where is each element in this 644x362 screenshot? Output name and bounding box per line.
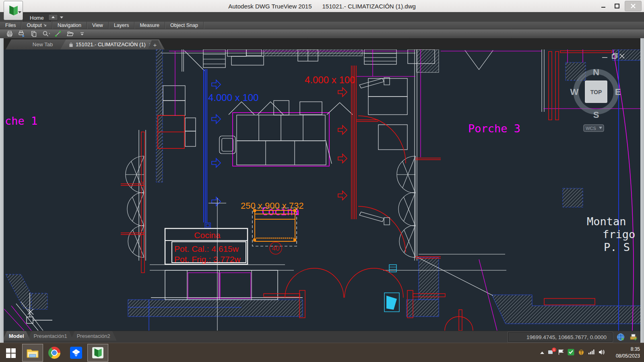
taskbar-dropbox[interactable] <box>66 344 87 362</box>
ribbon-minimize-caret-icon <box>60 16 63 19</box>
app-menu-caret-icon <box>18 11 21 13</box>
cyan-elements <box>384 265 399 312</box>
flyout-arrow-icon <box>43 24 47 27</box>
print-icon[interactable] <box>6 30 14 37</box>
window-title: Autodesk DWG TrueView 2015 151021.- CLIM… <box>0 0 644 12</box>
menu-output-label: Output <box>27 23 42 28</box>
dwg-trueview-taskbar-icon <box>92 347 104 359</box>
plot-details-button[interactable] <box>629 333 638 341</box>
app-title: Autodesk DWG TrueView 2015 <box>228 3 312 10</box>
windows-taskbar: 1 <box>0 343 644 362</box>
plot-preview-icon[interactable] <box>18 30 26 37</box>
plotter-icon <box>629 333 638 341</box>
new-tab-label: New Tab <box>33 41 53 47</box>
file-explorer-icon <box>26 347 39 359</box>
menu-object-snap[interactable]: Object Snap <box>165 22 204 29</box>
publish-icon[interactable] <box>30 30 38 37</box>
zoom-tool-icon[interactable] <box>42 30 50 37</box>
dropbox-badge: 1 <box>552 348 556 352</box>
svg-text:P. S: P. S <box>604 241 630 253</box>
tray-volume-icon[interactable] <box>599 349 605 357</box>
globe-icon <box>617 333 625 341</box>
white-walls-and-equipment <box>16 49 544 331</box>
viewcube-top-face[interactable]: TOP <box>590 89 602 95</box>
toolbar-overflow-icon[interactable] <box>78 30 86 37</box>
unit-tag-label: 40 <box>272 245 280 252</box>
blue-duct-label: 4.000 x 100 <box>208 92 258 103</box>
taskbar-clock[interactable]: 8:35 08/05/2023 <box>616 343 640 362</box>
menu-view[interactable]: View <box>87 22 109 29</box>
magenta-lines <box>4 49 644 331</box>
menu-output[interactable]: Output <box>21 22 52 29</box>
blue-wall-edges <box>128 49 619 331</box>
ribbon-minimize-control[interactable] <box>48 14 63 21</box>
svg-text:frigo: frigo <box>603 228 635 241</box>
viewcube-north[interactable]: N <box>593 67 599 77</box>
doc-tab-label: 151021.- CLIMATIZACIÓN (1) <box>76 41 146 47</box>
application-menu-button[interactable] <box>4 1 23 20</box>
system-tray: 1 <box>540 343 605 362</box>
viewcube-south[interactable]: S <box>593 110 599 120</box>
red-duct-arrows <box>338 88 347 200</box>
windows-logo-icon <box>5 347 17 358</box>
ribbon-menubar: Files Output Navigation View Layers Meas… <box>0 22 644 29</box>
open-door-leaves <box>359 78 390 225</box>
tray-action-center-icon[interactable] <box>558 349 564 357</box>
viewcube-east[interactable]: E <box>615 87 621 97</box>
document-title: 151021.- CLIMATIZACIÓN (1).dwg <box>322 3 416 10</box>
chrome-icon <box>48 347 60 359</box>
hatched-walls <box>6 49 644 324</box>
door-frames-right <box>415 158 441 258</box>
window-scrollbar-right[interactable] <box>640 38 644 343</box>
room-title-label: Cocina <box>194 230 221 240</box>
status-bar: Model Presentación1 Presentación2 19699.… <box>0 331 644 343</box>
taskbar-dwg-trueview[interactable] <box>87 344 108 362</box>
menu-measure[interactable]: Measure <box>134 22 165 29</box>
layout-tab-presentacion2[interactable]: Presentación2 <box>70 331 117 341</box>
tray-network-icon[interactable] <box>588 349 595 356</box>
menu-layers[interactable]: Layers <box>109 22 135 29</box>
ribbon-tab-row: Home <box>0 12 644 22</box>
room-info-box: Cocina Pot. Cal.: 4.615w Pot. Frig.: 3.7… <box>165 228 248 264</box>
open-folder-icon[interactable] <box>66 30 74 37</box>
dwg-trueview-logo-icon <box>6 4 20 17</box>
ribbon-panel-icon <box>48 14 58 21</box>
coordinates-readout: 19699.4745, 10665.7677, 0.0000 <box>508 332 613 342</box>
measure-icon[interactable] <box>54 30 62 37</box>
document-tab-bar: New Tab 151021.- CLIMATIZACIÓN (1) ✕ + <box>0 38 644 49</box>
taskbar-file-explorer[interactable] <box>22 344 43 362</box>
room-cool-label: Pot. Frig.: 3.772w <box>174 255 241 264</box>
tray-show-hidden-icon[interactable] <box>540 352 544 354</box>
kitchen-island <box>219 101 353 166</box>
taskbar-chrome[interactable] <box>44 344 65 362</box>
clock-date: 08/05/2023 <box>616 353 640 360</box>
menu-files[interactable]: Files <box>0 22 21 29</box>
dropbox-icon <box>70 347 82 359</box>
wcs-dropdown[interactable]: WCS <box>584 125 604 132</box>
room-heat-label: Pot. Cal.: 4.615w <box>174 244 239 253</box>
drawing-canvas[interactable]: Cocina 250 x 900 x 732 40 4.000 x 100 4.… <box>0 49 644 331</box>
tray-dropbox-icon[interactable]: 1 <box>548 349 554 356</box>
menu-navigation[interactable]: Navigation <box>52 22 87 29</box>
door-frames-left <box>121 132 145 273</box>
geographic-location-button[interactable] <box>616 333 625 341</box>
tab-home[interactable]: Home <box>23 13 51 22</box>
start-button[interactable] <box>0 344 21 362</box>
clock-time: 8:35 <box>631 346 640 353</box>
unit-dimensions-label: 250 x 900 x 732 <box>241 201 304 211</box>
dwg-trueview-window: Autodesk DWG TrueView 2015 151021.- CLIM… <box>0 0 644 362</box>
tray-antivirus-icon[interactable] <box>568 349 574 357</box>
lock-icon <box>69 42 73 47</box>
minimize-icon <box>601 4 606 8</box>
porche1-label: che 1 <box>5 115 37 127</box>
close-button[interactable] <box>625 1 642 11</box>
minimize-button[interactable] <box>597 1 609 11</box>
layout-tab-presentacion1[interactable]: Presentación1 <box>27 331 74 341</box>
door-fans-right <box>397 156 415 257</box>
quick-toolbar <box>0 29 644 38</box>
tray-bug-icon[interactable] <box>578 349 584 357</box>
maximize-button[interactable] <box>611 1 623 11</box>
close-icon <box>631 4 636 8</box>
viewcube-west[interactable]: W <box>570 87 579 97</box>
layout-tab-model[interactable]: Model <box>2 331 31 341</box>
